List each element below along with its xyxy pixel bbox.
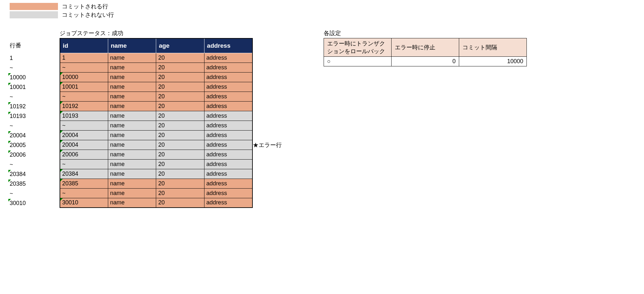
cell-address: address — [204, 169, 252, 179]
cell-address: address — [204, 82, 252, 92]
settings-v2: 0 — [392, 57, 459, 66]
cell-name: name — [108, 82, 156, 92]
cell-id: ~ — [60, 188, 108, 198]
cell-age: 20 — [156, 130, 204, 140]
cell-id: 1 — [60, 53, 108, 63]
cell-address: address — [204, 101, 252, 111]
annotation-cell — [253, 102, 291, 111]
cell-address: address — [204, 111, 252, 121]
annotation-cell — [253, 160, 291, 169]
cell-age: 20 — [156, 140, 204, 150]
rownum-cell: ~ — [10, 121, 60, 131]
table-row: 1name20address — [60, 53, 252, 63]
rownum-cell: 30010 — [10, 198, 60, 208]
cell-name: name — [108, 53, 156, 63]
annotation-cell — [253, 111, 291, 121]
cell-age: 20 — [156, 53, 204, 63]
cell-id: 10193 — [60, 111, 108, 121]
cell-id: ~ — [60, 121, 108, 130]
annotation-cell: ★エラー行 — [253, 140, 291, 150]
col-age: age — [156, 38, 204, 53]
cell-id: ~ — [60, 63, 108, 72]
cell-id: 20006 — [60, 150, 108, 159]
cell-id: 10000 — [60, 72, 108, 82]
cell-address: address — [204, 72, 252, 82]
rownum-cell: 10193 — [10, 111, 60, 121]
cell-id: ~ — [60, 159, 108, 169]
legend-swatch-orange — [10, 3, 58, 10]
cell-name: name — [108, 188, 156, 198]
table-row: 20004name20address — [60, 140, 252, 150]
rownum-cell: ~ — [10, 189, 60, 198]
cell-address: address — [204, 179, 252, 188]
rownum-cell: 20005 — [10, 140, 60, 150]
cell-name: name — [108, 111, 156, 121]
cell-address: address — [204, 188, 252, 198]
rownum-cell: ~ — [10, 160, 60, 169]
rownum-cell: 20384 — [10, 169, 60, 179]
rownum-header: 行番 — [10, 38, 60, 53]
cell-age: 20 — [156, 72, 204, 82]
rownum-column: 行番 1~1000010001~1019210193~2000420005200… — [10, 28, 60, 208]
settings-title: 各設定 — [324, 28, 527, 38]
cell-age: 20 — [156, 121, 204, 130]
cell-age: 20 — [156, 82, 204, 92]
cell-name: name — [108, 140, 156, 150]
cell-age: 20 — [156, 188, 204, 198]
cell-id: 20385 — [60, 179, 108, 188]
table-row: 10192name20address — [60, 101, 252, 111]
settings-h3: コミット間隔 — [459, 38, 527, 57]
cell-id: 20384 — [60, 169, 108, 179]
annotation-cell — [253, 82, 291, 92]
legend-label-not-committed: コミットされない行 — [62, 11, 114, 19]
cell-age: 20 — [156, 101, 204, 111]
cell-age: 20 — [156, 63, 204, 72]
annotation-cell — [253, 131, 291, 140]
cell-name: name — [108, 169, 156, 179]
cell-id: 30010 — [60, 198, 108, 208]
cell-age: 20 — [156, 159, 204, 169]
annotation-cell — [253, 198, 291, 208]
cell-address: address — [204, 92, 252, 101]
rownum-cell: 20006 — [10, 150, 60, 160]
cell-age: 20 — [156, 198, 204, 208]
rownum-cell: 10001 — [10, 82, 60, 92]
rownum-cell: ~ — [10, 92, 60, 102]
table-row: ~name20address — [60, 63, 252, 72]
legend: コミットされる行 コミットされない行 — [10, 3, 634, 19]
cell-id: 20004 — [60, 140, 108, 150]
col-name: name — [108, 38, 156, 53]
cell-name: name — [108, 101, 156, 111]
rownum-cell: 1 — [10, 53, 60, 63]
table-row: ~name20address — [60, 121, 252, 130]
cell-name: name — [108, 63, 156, 72]
cell-age: 20 — [156, 92, 204, 101]
data-table: id name age address 1name20address~name2… — [60, 38, 253, 208]
cell-address: address — [204, 130, 252, 140]
rownum-cell: 20004 — [10, 131, 60, 140]
cell-name: name — [108, 72, 156, 82]
table-row: ~name20address — [60, 159, 252, 169]
legend-label-committed: コミットされる行 — [62, 3, 108, 10]
annotation-cell — [253, 179, 291, 189]
cell-address: address — [204, 150, 252, 159]
cell-id: ~ — [60, 92, 108, 101]
legend-row-committed: コミットされる行 — [10, 3, 634, 10]
table-row: 10193name20address — [60, 111, 252, 121]
cell-id: 20004 — [60, 130, 108, 140]
cell-age: 20 — [156, 150, 204, 159]
annotation-cell — [253, 121, 291, 131]
rownum-cell: 10192 — [10, 102, 60, 111]
annotation-column: ★エラー行 — [253, 28, 291, 208]
cell-address: address — [204, 159, 252, 169]
col-id: id — [60, 38, 108, 53]
col-address: address — [204, 38, 252, 53]
cell-name: name — [108, 121, 156, 130]
cell-age: 20 — [156, 169, 204, 179]
table-row: ~name20address — [60, 188, 252, 198]
cell-age: 20 — [156, 111, 204, 121]
annotation-cell — [253, 92, 291, 102]
annotation-cell — [253, 53, 291, 63]
annotation-cell — [253, 63, 291, 73]
cell-address: address — [204, 53, 252, 63]
